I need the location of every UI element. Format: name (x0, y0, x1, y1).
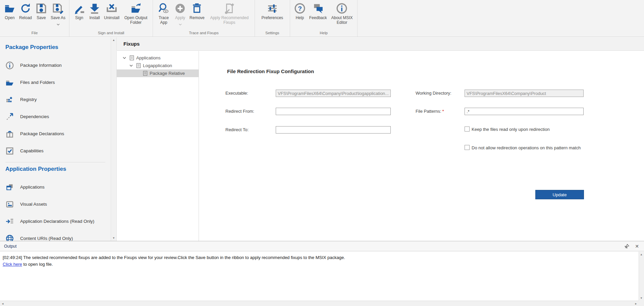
scroll-left-arrow[interactable]: ◄ (0, 301, 5, 306)
open-log-file-link[interactable]: Click here (3, 262, 22, 267)
keep-files-readonly-checkbox[interactable]: Keep the files read only upon redirectio… (465, 126, 550, 132)
uninstall-label: Uninstall (104, 15, 119, 20)
feedback-label: Feedback (309, 15, 327, 20)
sidebar-item-capabilities[interactable]: Capabilities (5, 142, 111, 159)
trace-app-icon (158, 2, 169, 14)
open-output-folder-button[interactable]: Open Output Folder (121, 0, 151, 25)
uninstall-icon (106, 2, 117, 14)
tree-item-package-relative[interactable]: Package Relative (117, 69, 199, 77)
output-vertical-scrollbar[interactable]: ▲ ▼ (639, 252, 644, 301)
sign-label: Sign (75, 15, 83, 20)
sidebar-scrollbar[interactable]: ▲ ▼ (111, 37, 116, 241)
pin-icon[interactable] (623, 243, 631, 250)
apply-recommended-fixups-button: Apply Recommended Fixups (206, 0, 253, 25)
preferences-icon (267, 2, 278, 14)
file-patterns-input[interactable] (465, 108, 584, 115)
sidebar-item-label: Content URIs (Read Only) (20, 236, 73, 241)
apply-label: Apply (175, 15, 185, 20)
sidebar-item-content-uris[interactable]: Content URIs (Read Only) (5, 230, 111, 241)
executable-label: Executable: (225, 91, 248, 96)
preferences-button[interactable]: Preferences (257, 0, 288, 20)
sidebar-item-files-and-folders[interactable]: Files and Folders (5, 74, 111, 91)
apply-recommended-fixups-label: Apply Recommended Fixups (208, 15, 251, 25)
install-icon (89, 2, 100, 14)
ribbon-group-label-settings: Settings (257, 31, 288, 37)
sidebar-item-label: Capabilities (20, 148, 44, 153)
config-title: File Redirection Fixup Configuration (227, 68, 314, 74)
redirect-from-label: Redirect From: (225, 109, 254, 114)
feedback-button[interactable]: Feedback (308, 0, 329, 20)
reload-button[interactable]: Reload (17, 0, 34, 20)
sidebar-item-registry[interactable]: Registry (5, 91, 111, 108)
capabilities-icon (5, 147, 14, 155)
sidebar-item-applications[interactable]: Applications (5, 178, 111, 196)
sign-button[interactable]: Sign (71, 0, 87, 20)
apply-recommended-fixups-icon (224, 2, 235, 14)
tree-item-logapplication[interactable]: Logapplication (117, 62, 199, 69)
scroll-down-arrow[interactable]: ▼ (639, 295, 644, 301)
checkbox-icon (465, 145, 470, 150)
sidebar-item-visual-assets[interactable]: Visual Assets (5, 196, 111, 213)
about-msix-editor-label: About MSIX Editor (330, 15, 354, 25)
registry-icon (5, 95, 14, 104)
save-as-button[interactable]: Save As (49, 0, 67, 27)
remove-button[interactable]: Remove (188, 0, 206, 20)
ribbon-group-label-trace-fixups: Trace and Fixups (155, 31, 253, 37)
about-msix-editor-icon (336, 2, 347, 14)
files-and-folders-icon (5, 78, 14, 87)
uninstall-button[interactable]: Uninstall (102, 0, 121, 20)
output-panel: Output ✕ [02:49:24] The selected recomme… (0, 241, 644, 306)
checkbox-label: Keep the files read only upon redirectio… (472, 127, 550, 132)
help-icon: ? (294, 2, 306, 14)
sidebar-item-package-information[interactable]: Package Information (5, 57, 111, 74)
disallow-redirection-checkbox[interactable]: Do not allow redirection operations on t… (465, 145, 581, 150)
sidebar-item-label: Visual Assets (20, 202, 47, 207)
file-redirection-config-panel: File Redirection Fixup Configuration Exe… (199, 51, 644, 241)
about-msix-editor-button[interactable]: About MSIX Editor (328, 0, 355, 25)
ribbon-group-file: Open Reload Save Save As (0, 0, 69, 37)
document-icon (136, 63, 141, 68)
sidebar-item-package-declarations[interactable]: Package Declarations (5, 125, 111, 142)
checkbox-icon (465, 126, 470, 132)
install-label: Install (89, 15, 100, 20)
redirect-from-input[interactable] (276, 108, 391, 115)
open-output-folder-icon (130, 2, 142, 14)
ribbon-group-label-file: File (2, 31, 67, 37)
trace-app-button[interactable]: Trace App (155, 0, 172, 25)
scroll-up-arrow[interactable]: ▲ (111, 37, 116, 43)
document-icon (129, 55, 134, 60)
output-horizontal-scrollbar[interactable]: ◄ ► (0, 301, 639, 306)
sidebar-section-package-properties: Package Properties (5, 44, 111, 54)
install-button[interactable]: Install (87, 0, 102, 20)
sidebar-item-label: Dependencies (20, 114, 49, 119)
scroll-down-arrow[interactable]: ▼ (111, 235, 116, 241)
redirect-to-input[interactable] (276, 126, 391, 134)
scrollbar-corner (639, 301, 644, 306)
file-patterns-label: File Patterns:* (416, 109, 444, 114)
reload-icon (20, 2, 31, 14)
help-button[interactable]: ? Help (292, 0, 308, 20)
update-button[interactable]: Update (535, 190, 584, 199)
working-directory-label: Working Directory: (416, 91, 451, 96)
output-header: Output ✕ (0, 241, 644, 251)
save-as-icon (52, 2, 64, 14)
sidebar-item-application-declarations[interactable]: Application Declarations (Read Only) (5, 213, 111, 230)
log-link-suffix: to open log file. (22, 262, 53, 267)
save-label: Save (37, 15, 46, 20)
sidebar-item-dependencies[interactable]: Dependencies (5, 108, 111, 125)
scroll-right-arrow[interactable]: ► (633, 301, 639, 306)
open-button[interactable]: Open (2, 0, 17, 20)
save-icon (36, 2, 47, 14)
executable-input (276, 90, 391, 97)
remove-icon (191, 2, 203, 14)
close-icon[interactable]: ✕ (633, 243, 641, 250)
scroll-up-arrow[interactable]: ▲ (639, 252, 644, 257)
tree-item-applications[interactable]: Applications (117, 54, 199, 62)
sidebar-navigation: Package Properties Package Information F… (0, 37, 111, 241)
save-button[interactable]: Save (34, 0, 49, 20)
sidebar-divider (5, 162, 105, 162)
tree-item-label: Applications (136, 55, 161, 60)
ribbon-group-trace-fixups: Trace App Apply Remove (153, 0, 255, 37)
package-declarations-icon (5, 130, 14, 138)
help-label: Help (296, 15, 304, 20)
